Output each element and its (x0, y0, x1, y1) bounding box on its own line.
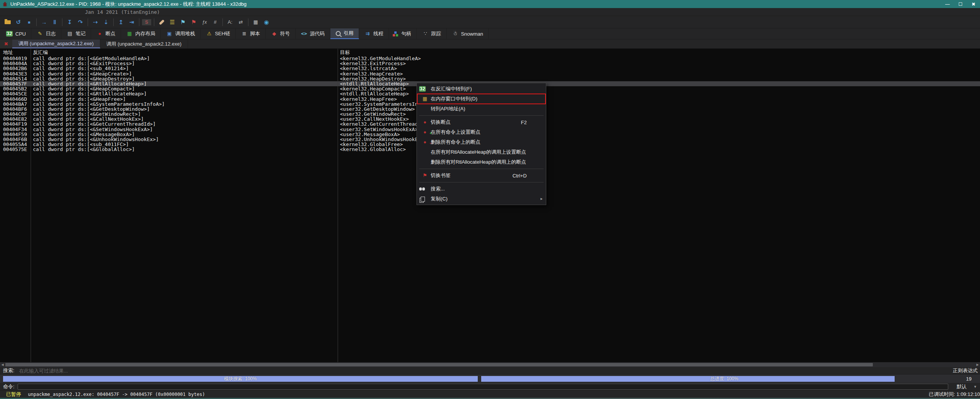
subtab-calls-1[interactable]: 调用 (unpackme_aspack2.12.exe) (12, 39, 100, 48)
menu-plugins[interactable] (38, 8, 47, 16)
follow-in-memory-map[interactable]: ▦ 在内存窗口中转到(D) ▶ (417, 94, 546, 104)
table-row[interactable]: 00404019 call dword ptr ds:[<&GetModuleH… (0, 56, 980, 61)
table-row[interactable]: 0040404A call dword ptr ds:[<&ExitProces… (0, 61, 980, 66)
scroll-right-icon[interactable]: ▶ (975, 362, 980, 367)
tab-cpu[interactable]: 32 CPU (1, 28, 31, 39)
toggle-bookmark[interactable]: ⚑ 切换书签 Ctrl+D ▶ (417, 171, 546, 181)
submenu-arrow-icon: ▶ (541, 197, 546, 200)
restart-button[interactable]: ↺ (13, 17, 24, 27)
minimize-button[interactable]: — (941, 2, 954, 7)
command-profile-dropdown[interactable]: 默认 (957, 383, 967, 390)
restart-icon: ↺ (15, 19, 21, 25)
comment-button[interactable]: ☰ (167, 17, 178, 27)
tab-references[interactable]: 引用 (330, 28, 359, 39)
close-debuggee-button[interactable]: ■ (24, 17, 34, 27)
patch-button[interactable] (156, 17, 167, 27)
column-header-disasm[interactable]: 反汇编 (31, 49, 338, 56)
tab-notes[interactable]: ▤ 笔记 (61, 28, 91, 39)
step-over-button[interactable]: ↷ (75, 17, 86, 27)
set-breakpoint-on-all-commands[interactable]: ● 在所有命令上设置断点 ▶ (417, 127, 546, 137)
menu-view[interactable] (11, 8, 20, 16)
breakpoint-list-button[interactable]: ⚑ (188, 17, 199, 27)
search-input[interactable] (18, 368, 949, 374)
remove-breakpoint-on-all-commands[interactable]: ● 删除所有命令上的断点 ▶ (417, 137, 546, 147)
tab-symbols[interactable]: ◆ 符号 (266, 28, 296, 39)
label-button[interactable]: ⚑ (178, 17, 188, 27)
search-icon (336, 31, 341, 36)
tab-handles[interactable]: 句柄 (389, 28, 417, 39)
menu-options[interactable] (57, 8, 66, 16)
menu-help[interactable] (66, 8, 75, 16)
copy-menu-item[interactable]: 复制(C) ▶ (417, 194, 546, 204)
row-disassembly: call dword ptr ds:[<sub_401214>] (31, 66, 338, 71)
tab-snowman[interactable]: ☃ Snowman (447, 28, 489, 39)
open-file-button[interactable] (2, 17, 13, 27)
module-search-progress-bar: 模块搜索: 100% (3, 376, 478, 382)
column-divider[interactable] (31, 49, 31, 362)
tab-call-stack[interactable]: ▣ 调用堆栈 (161, 28, 201, 39)
separator (62, 18, 62, 26)
separator (419, 115, 544, 116)
analysis-button[interactable]: # (210, 17, 220, 27)
context-menu: 32 在反汇编中转到(F) ▶ ▦ 在内存窗口中转到(D) ▶ 转到API地址(… (416, 83, 546, 205)
toggle-breakpoint[interactable]: ● 切换断点 F2 ▶ (417, 117, 546, 127)
column-header-address[interactable]: 地址 (0, 49, 31, 56)
run-to-user-code-button[interactable]: ⇥ (126, 17, 137, 27)
regex-label[interactable]: 正则表达式 (953, 367, 978, 374)
execute-till-return-button[interactable]: ↥ (116, 17, 126, 27)
trace-over-button[interactable]: ⇣ (101, 17, 111, 27)
attach-button[interactable]: ⇄ (235, 17, 246, 27)
maximize-button[interactable]: ☐ (954, 2, 967, 7)
run-button[interactable]: → (39, 17, 49, 27)
tab-script[interactable]: ≣ 脚本 (236, 28, 266, 39)
chevron-down-icon[interactable]: ▼ (973, 385, 977, 389)
tab-trace[interactable]: ∵ 跟踪 (417, 28, 447, 39)
table-row[interactable]: 00404514 call dword ptr ds:[<&HeapDestro… (0, 76, 980, 81)
tab-seh[interactable]: ⚠ SEH链 (201, 28, 236, 39)
tab-log[interactable]: ✎ 日志 (31, 28, 61, 39)
font-button[interactable]: A: (225, 17, 235, 27)
subtab-calls-2[interactable]: 调用 (unpackme_aspack2.12.exe) (100, 39, 188, 48)
calculator-button[interactable]: ▦ (250, 17, 261, 27)
tab-breakpoints[interactable]: ● 断点 (91, 28, 121, 39)
skip-next-button[interactable]: S (141, 17, 152, 27)
column-divider[interactable] (338, 49, 338, 362)
font-icon: A: (227, 19, 233, 25)
table-row[interactable]: 004043E3 call dword ptr ds:[<&HeapCreate… (0, 71, 980, 76)
set-breakpoint-on-all-calls[interactable]: 在所有对RtlAllocateHeap的调用上设置断点 ▶ (417, 147, 546, 157)
row-disassembly: call dword ptr ds:[<&RtlAllocateHeap>] (31, 91, 338, 96)
goto-api-address[interactable]: 转到API地址(A) ▶ (417, 104, 546, 114)
search-menu-item[interactable]: 搜索... ▶ (417, 184, 546, 194)
about-button[interactable]: ◉ (261, 17, 272, 27)
step-into-button[interactable]: ↧ (64, 17, 75, 27)
about-icon: ◉ (263, 19, 270, 25)
menu-file[interactable] (2, 8, 11, 16)
table-row[interactable]: 004042B6 call dword ptr ds:[<sub_401214>… (0, 66, 980, 71)
menu-debug[interactable] (20, 8, 29, 16)
progress-bar-row: 模块搜索: 100% 总进度: 100% 19 (0, 374, 980, 383)
scroll-left-icon[interactable]: ◀ (0, 362, 5, 367)
pause-button[interactable]: ‖ (49, 17, 60, 27)
trace-into-button[interactable]: ⇢ (90, 17, 101, 27)
tab-threads[interactable]: ⇉ 线程 (359, 28, 389, 39)
follow-in-disassembler[interactable]: 32 在反汇编中转到(F) ▶ (417, 84, 546, 94)
remove-breakpoint-on-all-calls[interactable]: 删除所有对RtlAllocateHeap的调用上的断点 ▶ (417, 157, 546, 167)
tab-source[interactable]: <> 源代码 (296, 28, 330, 39)
menu-trace[interactable] (29, 8, 38, 16)
row-disassembly: call dword ptr ds:[<&SystemParametersInf… (31, 102, 338, 107)
function-button[interactable]: ƒx (199, 17, 210, 27)
command-input[interactable] (18, 384, 948, 390)
step-over-icon: ↷ (77, 19, 83, 25)
menu-favourites[interactable] (47, 8, 57, 16)
memmap-icon: ▦ (126, 31, 132, 37)
run-icon: → (41, 19, 47, 25)
column-header-target[interactable]: 目标 (338, 49, 980, 56)
close-reference-tab-button[interactable]: ✖ (0, 39, 12, 48)
row-address: 0040466D (0, 97, 31, 102)
close-button[interactable]: ✖ (967, 2, 980, 7)
scrollbar-thumb[interactable] (5, 363, 873, 366)
row-target: <kernel32.HeapCreate> (338, 71, 980, 76)
row-address: 004042B6 (0, 66, 31, 71)
tab-memory-map[interactable]: ▦ 内存布局 (121, 28, 161, 39)
threads-icon: ⇉ (364, 31, 371, 37)
